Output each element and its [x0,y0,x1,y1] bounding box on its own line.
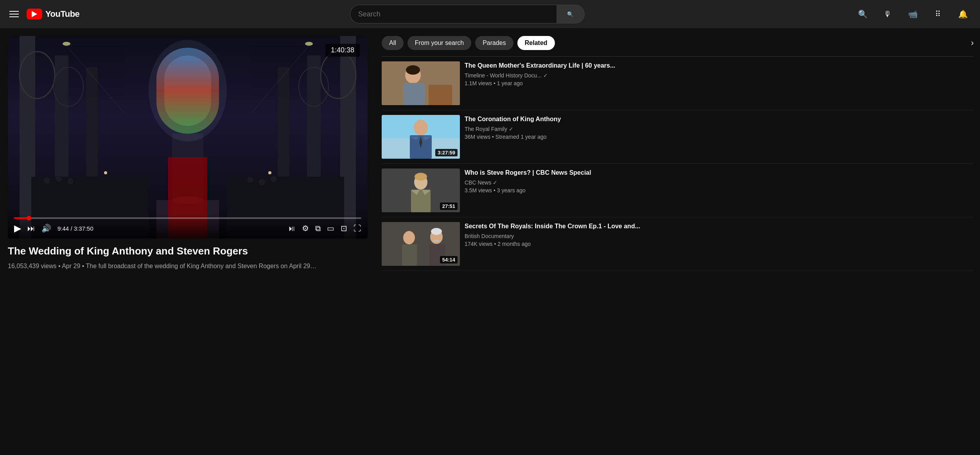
svg-point-16 [268,171,271,174]
meta-separator-1: • [58,263,62,269]
volume-button[interactable]: 🔊 [41,224,51,233]
search-bar: 🔍 [350,5,585,23]
next-button[interactable]: ⏭ [27,224,35,233]
total-time: 3:37:50 [74,225,93,232]
time-display: 9:44 / 3:37:50 [57,225,93,232]
svg-point-26 [259,179,265,185]
age-4: 2 months ago [497,241,531,247]
timestamp-value: 1:40:38 [331,46,354,54]
video-section: 1:40:38 ▶ ⏭ 🔊 9:44 / 3:37:50 [0,28,375,455]
youtube-logo-icon [27,9,42,20]
play-pause-button[interactable]: ▶ [14,223,21,234]
video-description: The full broadcast of the wedding of Kin… [86,263,317,269]
card-title-2: The Coronation of King Anthony [465,115,974,124]
verified-icon-1: ✓ [543,72,548,79]
svg-point-25 [247,177,253,183]
theater-button[interactable]: ▭ [327,224,334,233]
svg-point-60 [433,240,440,242]
card-title-4: Secrets Of The Royals: Inside The Crown … [465,222,974,231]
svg-rect-36 [403,83,425,105]
thumbnail-1 [382,61,460,105]
card-channel-1: Timeline - World History Docu... ✓ [465,72,974,79]
card-title-3: Who is Steve Rogers? | CBC News Special [465,168,974,177]
filter-tab-parades[interactable]: Parades [475,36,513,50]
header: YouTube 🔍 🔍 🎙 📹 ⠿ 🔔 [0,0,980,28]
channel-name-2: The Royal Family [465,126,507,132]
miniplayer-button[interactable]: ⧉ [315,224,321,233]
apps-grid-icon-button[interactable]: ⠿ [930,6,946,22]
card-stats-4: 174K views • 2 months ago [465,241,974,247]
cast-button[interactable]: ⊡ [341,224,347,233]
search-icon: 🔍 [567,11,574,17]
sidebar-video-card[interactable]: 27:51 Who is Steve Rogers? | CBC News Sp… [382,164,974,217]
svg-rect-56 [402,244,417,266]
svg-point-37 [406,65,420,75]
meta-separator-2: • [82,263,86,269]
views-4: 174K views [465,241,493,247]
filter-tab-from-search[interactable]: From your search [407,36,471,50]
sidebar-video-card[interactable]: 54:14 Secrets Of The Royals: Inside The … [382,217,974,271]
views-3: 3.5M views [465,187,492,193]
mic-icon-button[interactable]: 🎙 [880,6,896,22]
create-video-icon-button[interactable]: 📹 [905,6,921,22]
progress-bar[interactable] [14,217,361,219]
notifications-bell-icon-button[interactable]: 🔔 [955,6,971,22]
svg-point-15 [104,171,107,174]
autoplay-toggle[interactable]: ⏯ [288,224,296,233]
card-stats-3: 3.5M views • 3 years ago [465,187,974,193]
verified-icon-3: ✓ [493,179,497,186]
chevron-right-icon[interactable]: › [971,38,974,48]
controls-right: ⏯ ⚙ ⧉ ▭ ⊡ ⛶ [288,224,361,233]
header-center: 🔍 [79,5,855,23]
svg-point-58 [431,228,442,235]
logo-text: YouTube [45,9,79,19]
channel-name-3: CBC News [465,179,491,186]
filter-tabs: All From your search Parades Related › [382,28,974,57]
svg-rect-49 [411,190,431,212]
header-left: YouTube [9,9,79,20]
filter-tab-related[interactable]: Related [517,36,555,50]
sidebar-video-card[interactable]: 3:27:59 The Coronation of King Anthony T… [382,110,974,164]
card-info-2: The Coronation of King Anthony The Royal… [465,115,974,159]
channel-name-4: British Documentary [465,233,514,239]
card-stats-1: 1.1M views • 1 year ago [465,80,974,86]
card-channel-4: British Documentary [465,233,974,239]
verified-icon-2: ✓ [509,126,513,132]
video-player[interactable]: 1:40:38 ▶ ⏭ 🔊 9:44 / 3:37:50 [8,36,368,238]
age-1: 1 year ago [497,80,523,86]
hamburger-menu-button[interactable] [9,11,19,17]
timestamp-overlay: 1:40:38 [325,44,360,57]
svg-point-55 [403,231,415,244]
settings-button[interactable]: ⚙ [302,224,309,233]
age-2: Streamed 1 year ago [495,134,547,140]
sidebar: All From your search Parades Related › [375,28,980,455]
svg-point-23 [56,176,62,182]
view-count: 16,053,439 views [8,263,57,269]
video-meta: 16,053,439 views • Apr 29 • The full bro… [8,261,368,271]
svg-point-28 [63,42,70,46]
main-content: 1:40:38 ▶ ⏭ 🔊 9:44 / 3:37:50 [0,28,980,455]
video-info: The Wedding of King Anthony and Steven R… [8,238,368,277]
video-title: The Wedding of King Anthony and Steven R… [8,245,368,258]
sidebar-video-card[interactable]: The Queen Mother's Extraordinary Life | … [382,57,974,110]
thumbnail-4: 54:14 [382,222,460,266]
search-button[interactable]: 🔍 [556,5,585,23]
search-input[interactable] [350,5,556,23]
video-frame: 1:40:38 [8,36,368,238]
fullscreen-button[interactable]: ⛶ [354,224,361,233]
current-time: 9:44 [57,225,69,232]
views-1: 1.1M views [465,80,492,86]
header-right: 🔍 🎙 📹 ⠿ 🔔 [855,6,971,22]
card-channel-2: The Royal Family ✓ [465,126,974,132]
time-separator: / [70,225,74,232]
svg-point-24 [67,178,74,185]
filter-tab-all[interactable]: All [382,36,404,50]
upload-date: Apr 29 [62,263,80,269]
card-info-4: Secrets Of The Royals: Inside The Crown … [465,222,974,266]
svg-point-22 [44,177,50,184]
logo-container[interactable]: YouTube [27,9,79,20]
card-channel-3: CBC News ✓ [465,179,974,186]
search-icon-button[interactable]: 🔍 [855,6,871,22]
svg-point-29 [305,42,313,46]
svg-point-14 [149,40,227,142]
